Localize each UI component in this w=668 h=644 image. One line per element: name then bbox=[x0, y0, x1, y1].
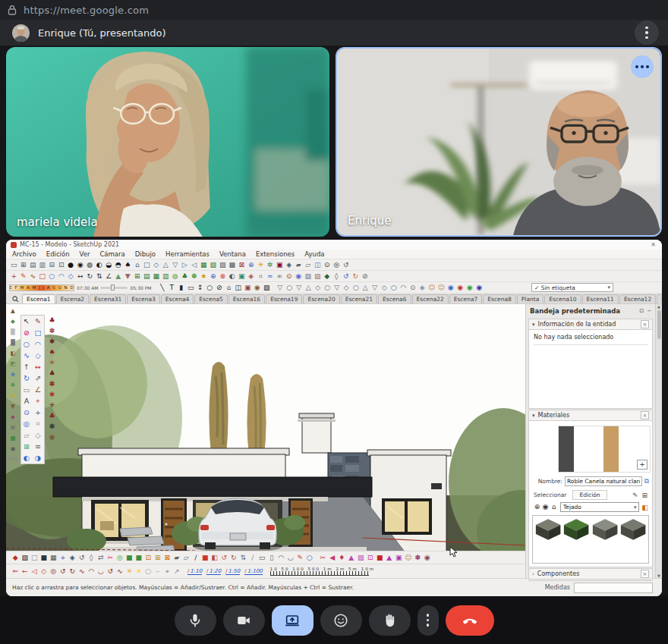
toolbar-icon[interactable]: ▦ bbox=[152, 272, 162, 281]
toolbar-icon[interactable]: ⊞ bbox=[19, 260, 29, 270]
toolbar-icon[interactable]: ◠ bbox=[33, 338, 43, 350]
toolbar-icon[interactable]: ↻ bbox=[85, 272, 95, 281]
toolbar-icon[interactable]: ∿ bbox=[28, 272, 38, 281]
toolbar-icon[interactable]: ▽ bbox=[275, 283, 285, 293]
menu-item[interactable]: Cámara bbox=[99, 250, 124, 258]
toolbar-icon[interactable]: ◈ bbox=[8, 412, 18, 423]
material-name-input[interactable] bbox=[565, 476, 642, 486]
toolbar-icon[interactable]: ▽ bbox=[332, 283, 342, 293]
section-title[interactable]: Materiales bbox=[538, 412, 638, 419]
tray-minimize-icon[interactable]: − bbox=[647, 308, 651, 314]
toolbar-icon[interactable]: ⊙ bbox=[323, 260, 332, 270]
toolbar-icon[interactable]: ⊡ bbox=[57, 260, 67, 270]
toolbar-icon[interactable]: ▱ bbox=[181, 553, 191, 563]
toolbar-icon[interactable]: ◠ bbox=[399, 283, 408, 293]
toolbar-icon[interactable]: ◈ bbox=[247, 272, 257, 281]
toolbar-icon[interactable]: ▓ bbox=[8, 338, 18, 348]
create-material-button[interactable]: + bbox=[637, 460, 648, 470]
toolbar-icon[interactable]: ◎ bbox=[21, 418, 32, 429]
toolbar-icon[interactable]: ↑ bbox=[21, 361, 32, 372]
toolbar-icon[interactable]: ⊙ bbox=[21, 407, 32, 418]
toolbar-icon[interactable]: ↖ bbox=[21, 316, 32, 327]
toolbar-icon[interactable]: ✂ bbox=[106, 553, 115, 563]
scroll-up-icon[interactable]: ▲ bbox=[657, 304, 660, 309]
browser-url-bar[interactable]: https://meet.google.com bbox=[0, 0, 668, 20]
toolbar-icon[interactable]: ⊟ bbox=[47, 260, 57, 270]
toolbar-icon[interactable]: ↺ bbox=[106, 567, 115, 576]
tab-select[interactable]: Seleccionar bbox=[534, 492, 566, 498]
toolbar-icon[interactable]: ☀ bbox=[124, 567, 134, 576]
toolbar-icon[interactable]: ∞ bbox=[275, 272, 285, 281]
toolbar-icon[interactable]: ⊙ bbox=[285, 272, 295, 281]
toolbar-icon[interactable]: ⌂ bbox=[224, 283, 234, 293]
toolbar-icon[interactable]: ♣ bbox=[47, 410, 57, 421]
toolbar-icon[interactable]: ◠ bbox=[87, 567, 96, 576]
tray-dock-icon[interactable]: ⊡ bbox=[639, 308, 644, 314]
toolbar-icon[interactable]: ◧ bbox=[8, 348, 18, 359]
toolbar-icon[interactable]: ◐ bbox=[228, 272, 238, 281]
toolbar-icon[interactable]: ▣ bbox=[237, 272, 247, 281]
toolbar-icon[interactable]: ◑ bbox=[33, 452, 43, 463]
toolbar-icon[interactable]: △ bbox=[161, 260, 171, 270]
toolbar-icon[interactable]: ⇗ bbox=[33, 372, 43, 384]
material-thumbnail[interactable] bbox=[535, 518, 561, 541]
chevron-down-icon[interactable]: ▾ bbox=[532, 413, 535, 419]
toolbar-icon[interactable]: ◉ bbox=[252, 283, 262, 293]
toolbar-icon[interactable]: ◆ bbox=[8, 316, 18, 327]
close-icon[interactable]: × bbox=[641, 320, 649, 328]
toolbar-icon[interactable]: ■ bbox=[375, 553, 385, 563]
scene-tab[interactable]: Escena13 bbox=[657, 294, 662, 303]
section-title[interactable]: Información de la entidad bbox=[538, 321, 638, 328]
scene-tab[interactable]: Escena31 bbox=[90, 294, 126, 303]
toolbar-icon[interactable]: ↕ bbox=[195, 283, 205, 293]
materials-nav-icon[interactable]: ⊕ bbox=[533, 502, 541, 512]
toolbar-icon[interactable]: ▦ bbox=[8, 433, 18, 444]
scene-tab[interactable]: Escena6 bbox=[378, 294, 411, 303]
materials-nav-icon[interactable]: ⌂ bbox=[550, 502, 558, 512]
toolbar-icon[interactable]: ✲ bbox=[266, 260, 276, 270]
toolbar-icon[interactable]: ∿ bbox=[21, 350, 32, 361]
toolbar-icon[interactable]: ◠ bbox=[276, 553, 286, 563]
toolbar-icon[interactable]: ▨ bbox=[304, 272, 314, 281]
toolbar-icon[interactable]: ↺ bbox=[58, 567, 68, 576]
toolbar-icon[interactable]: ☺ bbox=[436, 283, 446, 293]
paint-sample-icon[interactable]: ◧ bbox=[641, 504, 648, 511]
toolbar-icon[interactable]: ⊘ bbox=[21, 327, 32, 338]
toolbar-icon[interactable]: ⌂ bbox=[133, 260, 143, 270]
toolbar-icon[interactable]: ⊙ bbox=[408, 283, 417, 293]
toolbar-icon[interactable]: ≈ bbox=[266, 272, 276, 281]
scene-tab[interactable]: Escena3 bbox=[127, 294, 160, 303]
toolbar-icon[interactable]: ◐ bbox=[21, 452, 32, 463]
toolbar-icon[interactable]: ⊕ bbox=[247, 260, 257, 270]
toolbar-icon[interactable]: ☀ bbox=[8, 391, 18, 401]
toolbar-icon[interactable]: ◡ bbox=[286, 553, 296, 563]
scene-tab[interactable]: Escena11 bbox=[582, 294, 619, 303]
toolbar-icon[interactable]: ◆ bbox=[11, 553, 20, 563]
toolbar-icon[interactable]: ▲ bbox=[114, 272, 124, 281]
toolbar-icon[interactable]: ▭ bbox=[186, 283, 196, 293]
copy-icon[interactable]: ⧉ bbox=[644, 477, 649, 485]
toolbar-icon[interactable]: ○ bbox=[389, 283, 399, 293]
menu-item[interactable]: Archivo bbox=[12, 250, 36, 258]
toolbar-icon[interactable]: ✎ bbox=[33, 316, 43, 327]
toolbar-icon[interactable]: ▰ bbox=[172, 553, 182, 563]
scene-tab[interactable]: Planta bbox=[517, 294, 544, 303]
toolbar-icon[interactable]: ▲ bbox=[8, 306, 18, 316]
tag-dropdown[interactable]: ✓ Sin etiqueta ▾ bbox=[531, 283, 613, 292]
toolbar-icon[interactable]: ○ bbox=[205, 283, 215, 293]
toolbar-icon[interactable]: ⊕ bbox=[209, 272, 219, 281]
toolbar-icon[interactable]: ○ bbox=[305, 553, 315, 563]
toolbar-icon[interactable]: + bbox=[58, 553, 68, 563]
toolbar-icon[interactable]: ○ bbox=[351, 283, 361, 293]
toolbar-icon[interactable]: ↻ bbox=[21, 372, 32, 384]
chevron-right-icon[interactable]: › bbox=[532, 571, 534, 577]
present-screen-button[interactable] bbox=[272, 605, 314, 636]
section-title[interactable]: Componentes bbox=[537, 570, 638, 577]
toolbar-icon[interactable]: ☀ bbox=[134, 567, 144, 576]
toolbar-icon[interactable]: ◊ bbox=[332, 272, 342, 281]
toolbar-icon[interactable]: ◇ bbox=[380, 283, 389, 293]
toolbar-icon[interactable]: ↻ bbox=[68, 567, 77, 576]
toolbar-icon[interactable]: ⊡ bbox=[143, 553, 153, 563]
toolbar-icon[interactable]: ▨ bbox=[20, 553, 30, 563]
toolbar-icon[interactable]: ⌗ bbox=[33, 418, 43, 429]
